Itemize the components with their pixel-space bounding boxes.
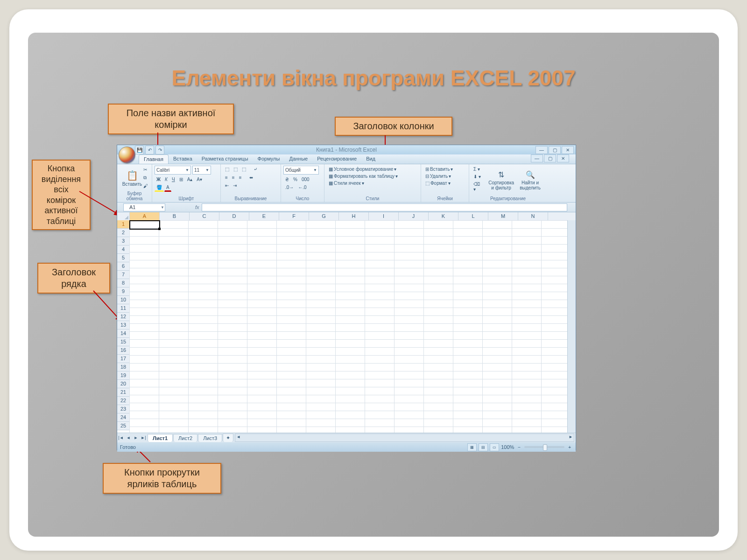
row-header[interactable]: 23 [117,405,130,413]
tab-view[interactable]: Вид [361,154,380,164]
tab-home[interactable]: Главная [139,154,169,164]
italic-button[interactable]: К [163,176,169,183]
column-header[interactable]: M [488,212,518,221]
format-painter-icon[interactable]: 🖌 [141,182,150,189]
clear-icon[interactable]: ⌫ ▾ [472,181,485,193]
view-normal-icon[interactable]: ▦ [467,443,477,451]
tab-layout[interactable]: Разметка страницы [197,154,253,164]
row-header[interactable]: 1 [117,220,130,229]
active-cell[interactable] [129,220,160,230]
column-header[interactable]: L [458,212,488,221]
comma-icon[interactable]: 000 [300,176,311,183]
cell-grid[interactable] [129,220,568,433]
indent-dec-icon[interactable]: ⇤ [223,182,231,189]
row-header[interactable]: 6 [117,262,130,271]
align-middle-icon[interactable]: ⬚ [232,166,240,173]
column-header[interactable]: I [369,212,399,221]
zoom-slider[interactable] [524,446,564,448]
delete-cells-button[interactable]: ⊟ Удалить ▾ [423,173,466,180]
format-cells-button[interactable]: ⬚ Формат ▾ [423,180,466,187]
align-center-icon[interactable]: ≡ [230,174,237,181]
row-header[interactable]: 8 [117,279,130,287]
cell-styles-button[interactable]: ▦Стили ячеек ▾ [327,180,418,187]
row-header[interactable]: 3 [117,237,130,245]
row-header[interactable]: 4 [117,245,130,254]
horizontal-scrollbar[interactable] [235,434,574,442]
fill-icon[interactable]: ⬇ ▾ [472,173,485,180]
new-sheet-button[interactable]: ✦ [223,434,233,442]
number-format-select[interactable]: Общий▼ [283,166,319,175]
select-all-button[interactable] [117,212,130,221]
zoom-in-button[interactable]: + [566,444,573,451]
merge-button[interactable]: ⬌ [247,174,255,181]
column-header[interactable]: K [429,212,458,221]
tab-scroll-prev[interactable]: ◄ [125,434,132,441]
shrink-font-icon[interactable]: A▾ [195,176,204,183]
row-header[interactable]: 15 [117,338,130,346]
row-header[interactable]: 12 [117,313,130,321]
copy-icon[interactable]: ⧉ [141,174,150,182]
paste-button[interactable]: 📋Вставить [120,166,145,191]
column-header[interactable]: C [190,212,219,221]
row-header[interactable]: 16 [117,346,130,355]
align-right-icon[interactable]: ≡ [237,174,244,181]
currency-icon[interactable]: ₴ [283,176,291,183]
row-header[interactable]: 25 [117,422,130,430]
insert-cells-button[interactable]: ⊞ Вставить ▾ [423,166,466,173]
find-select-button[interactable]: 🔍Найти и выделить [516,166,544,196]
tab-scroll-last[interactable]: ►| [140,434,147,441]
row-header[interactable]: 2 [117,229,130,237]
row-header[interactable]: 14 [117,329,130,338]
doc-restore[interactable]: ▢ [544,154,556,162]
column-header[interactable]: A [130,212,160,221]
tab-review[interactable]: Рецензирование [312,154,361,164]
save-icon[interactable]: 💾 [135,146,144,154]
wrap-text-button[interactable]: ⤶ [252,166,259,173]
row-header[interactable]: 21 [117,388,130,397]
maximize-button[interactable]: ▢ [549,146,561,154]
fill-color-button[interactable]: 🪣 [155,184,164,192]
column-header[interactable]: J [399,212,429,221]
sheet-tab-3[interactable]: Лист3 [198,434,222,442]
row-header[interactable]: 20 [117,380,130,388]
indent-inc-icon[interactable]: ⇥ [231,182,239,189]
font-name-select[interactable]: Calibri▼ [155,166,191,175]
view-layout-icon[interactable]: ▤ [479,443,488,451]
column-header[interactable]: N [518,212,548,221]
inc-decimal-icon[interactable]: .0→ [283,184,296,191]
align-top-icon[interactable]: ⬚ [223,166,231,173]
column-header[interactable]: D [219,212,249,221]
tab-data[interactable]: Данные [284,154,312,164]
formula-bar[interactable] [202,203,567,211]
name-box[interactable]: A1 [123,203,165,211]
cut-icon[interactable]: ✂ [141,166,150,173]
tab-formulas[interactable]: Формулы [253,154,285,164]
tab-scroll-first[interactable]: |◄ [117,434,125,441]
align-left-icon[interactable]: ≡ [223,174,230,181]
view-break-icon[interactable]: ▭ [490,443,499,451]
undo-icon[interactable]: ↶ [145,146,154,154]
row-header[interactable]: 22 [117,397,130,405]
autosum-icon[interactable]: Σ ▾ [472,166,485,173]
column-header[interactable]: H [339,212,369,221]
column-header[interactable]: E [249,212,279,221]
percent-icon[interactable]: % [291,176,299,183]
zoom-out-button[interactable]: − [516,444,522,451]
sheet-tab-2[interactable]: Лист2 [173,434,197,442]
namebox-dropdown-icon[interactable]: ▼ [161,205,164,210]
row-header[interactable]: 11 [117,304,130,313]
row-header[interactable]: 19 [117,371,130,380]
cond-format-button[interactable]: ▦Условное форматирование ▾ [327,166,418,173]
dec-decimal-icon[interactable]: ←.0 [296,184,308,191]
row-header[interactable]: 18 [117,363,130,371]
row-header[interactable]: 5 [117,254,130,262]
sort-filter-button[interactable]: ⇅Сортировка и фильтр [486,166,516,196]
font-color-button[interactable]: A [164,184,171,192]
underline-button[interactable]: Ч [170,176,177,183]
border-button[interactable]: ⊞ [177,176,185,183]
font-size-select[interactable]: 11▼ [192,166,211,175]
tab-scroll-next[interactable]: ► [132,434,140,441]
format-table-button[interactable]: ▦Форматировать как таблицу ▾ [327,173,418,180]
row-header[interactable]: 17 [117,355,130,363]
column-header[interactable]: G [309,212,339,221]
